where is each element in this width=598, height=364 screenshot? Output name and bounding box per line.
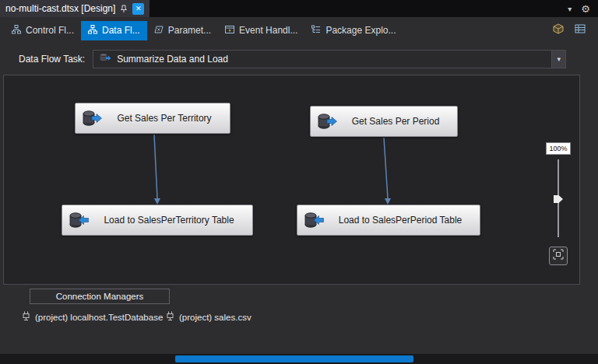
package-explorer-icon (311, 25, 321, 37)
package-icon[interactable] (553, 23, 564, 37)
dataflow-component-load-salesperterritory[interactable]: Load to SalesPerTerritory Table (62, 205, 253, 236)
data-flow-task-icon (99, 52, 111, 66)
settings-gear-icon[interactable]: ⚙ (581, 3, 590, 15)
dataflow-component-get-sales-per-territory[interactable]: Get Sales Per Territory (75, 103, 230, 134)
connection-manager-label: (project) localhost.TestDatabase (35, 313, 163, 322)
connection-managers-tab[interactable]: Connection Managers (30, 289, 170, 304)
zoom-slider[interactable] (553, 159, 564, 237)
component-label: Load to SalesPerTerritory Table (92, 215, 246, 226)
tab-label: Paramet... (168, 25, 211, 36)
tab-label: Data Fl... (102, 25, 140, 36)
fit-to-window-button[interactable] (549, 247, 568, 265)
connection-managers-panel: Connection Managers (project) localhost.… (3, 286, 580, 353)
task-selector-combobox[interactable]: Summarize Data and Load ▾ (93, 50, 566, 68)
connector-path[interactable] (384, 138, 391, 205)
zoom-slider-thumb[interactable] (554, 195, 563, 203)
tab-label: Control Fl... (26, 25, 74, 36)
zoom-level-label: 100% (546, 142, 570, 155)
event-handlers-icon (225, 25, 234, 37)
ssis-designer-window: no-multi-cast.dtsx [Design] ✕ ▾ ⚙ Contro… (0, 0, 598, 364)
destination-icon (304, 212, 324, 229)
tab-label: Package Explo... (325, 25, 396, 36)
document-tab-label: no-multi-cast.dtsx [Design] (5, 3, 115, 14)
connector-path[interactable] (154, 135, 160, 205)
tab-package-explorer[interactable]: Package Explo... (304, 21, 403, 40)
pin-icon[interactable] (120, 5, 128, 13)
connection-manager-label: (project) sales.csv (179, 313, 252, 322)
horizontal-scrollbar[interactable] (0, 354, 598, 364)
parameters-icon (154, 25, 164, 37)
document-tab-bar: no-multi-cast.dtsx [Design] ✕ ▾ ⚙ (0, 0, 598, 17)
dataflow-component-get-sales-per-period[interactable]: Get Sales Per Period (310, 106, 458, 137)
designer-tabstrip: Control Fl... Data Fl... Paramet... Even… (0, 17, 598, 44)
connection-plug-icon (166, 311, 174, 324)
connection-managers-title: Connection Managers (56, 292, 144, 301)
design-surface[interactable]: Get Sales Per Territory Get Sales Per Pe… (3, 75, 580, 285)
component-label: Get Sales Per Territory (105, 113, 223, 124)
document-tab[interactable]: no-multi-cast.dtsx [Design] ✕ (0, 0, 150, 17)
grid-icon[interactable] (575, 23, 586, 37)
titlebar-right-controls: ▾ ⚙ (568, 0, 598, 17)
combo-dropdown-button[interactable]: ▾ (551, 51, 565, 68)
tab-parameters[interactable]: Paramet... (147, 21, 218, 40)
tab-event-handlers[interactable]: Event Handl... (218, 21, 304, 40)
destination-icon (69, 212, 89, 229)
window-dropdown-icon[interactable]: ▾ (568, 5, 572, 13)
connection-manager-sales-csv[interactable]: (project) sales.csv (166, 311, 252, 324)
tab-data-flow[interactable]: Data Fl... (81, 21, 147, 40)
component-label: Load to SalesPerPeriod Table (327, 215, 473, 226)
data-flow-task-toolbar: Data Flow Task: Summarize Data and Load … (0, 44, 598, 75)
tab-label: Event Handl... (239, 25, 297, 36)
close-icon[interactable]: ✕ (132, 3, 144, 15)
fit-to-window-icon (553, 249, 564, 263)
connection-manager-testdatabase[interactable]: (project) localhost.TestDatabase (22, 311, 163, 324)
scrollbar-thumb[interactable] (175, 355, 413, 362)
control-flow-icon (12, 25, 21, 37)
source-icon (317, 113, 337, 130)
tab-control-flow[interactable]: Control Fl... (5, 21, 81, 40)
component-label: Get Sales Per Period (340, 116, 451, 127)
task-selector-label: Data Flow Task: (19, 54, 85, 65)
data-flow-icon (88, 25, 97, 37)
zoom-control: 100% (545, 142, 572, 265)
connection-plug-icon (22, 311, 30, 324)
tabstrip-right-tools (553, 23, 598, 37)
dataflow-component-load-salesperperiod[interactable]: Load to SalesPerPeriod Table (297, 205, 480, 236)
task-selector-value: Summarize Data and Load (117, 54, 228, 65)
source-icon (82, 110, 102, 127)
